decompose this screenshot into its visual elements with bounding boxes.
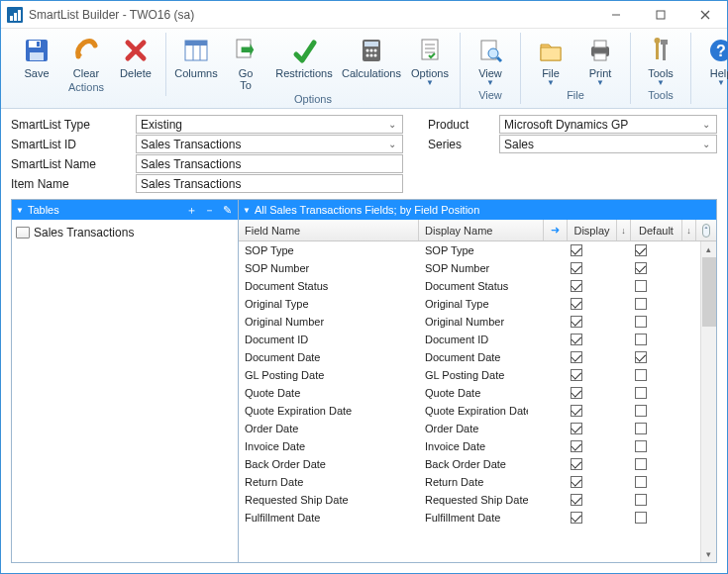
grid-row[interactable]: Original TypeOriginal Type (239, 295, 700, 313)
smartlist-id-combobox[interactable]: Sales Transactions⌄ (136, 135, 403, 153)
scroll-down-icon[interactable]: ▾ (701, 546, 716, 562)
grid-row[interactable]: GL Posting DateGL Posting Date (239, 366, 700, 384)
restrictions-button[interactable]: Restrictions (273, 33, 335, 91)
columns-icon (180, 35, 212, 66)
options-button[interactable]: Options▼ (408, 33, 452, 91)
col-lookup-icon[interactable]: ➜ (544, 220, 568, 240)
col-display-name[interactable]: Display Name (419, 220, 544, 240)
grid-row[interactable]: Return DateReturn Date (239, 473, 700, 491)
grid-row[interactable]: SOP TypeSOP Type (239, 241, 700, 259)
close-button[interactable] (682, 1, 727, 29)
grid-row[interactable]: Quote DateQuote Date (239, 384, 700, 402)
col-display-sort-icon[interactable]: ↓ (617, 220, 631, 240)
cell-display-checkbox[interactable] (552, 440, 601, 452)
view-button[interactable]: View▼ (468, 33, 512, 87)
cell-field-name: Document ID (239, 334, 419, 345)
cell-default-checkbox[interactable] (615, 440, 667, 452)
cell-default-checkbox[interactable] (615, 387, 667, 399)
minimize-button[interactable] (593, 1, 638, 29)
calculations-button[interactable]: Calculations (341, 33, 402, 91)
cell-default-checkbox[interactable] (615, 351, 667, 363)
cell-default-checkbox[interactable] (615, 458, 667, 470)
grid-row[interactable]: Invoice DateInvoice Date (239, 437, 700, 455)
cell-default-checkbox[interactable] (615, 334, 667, 345)
cell-display-checkbox[interactable] (552, 316, 601, 328)
grid-row[interactable]: Back Order DateBack Order Date (239, 455, 700, 473)
scroll-up-icon[interactable]: ▴ (701, 241, 716, 257)
tools-button[interactable]: Tools▼ (639, 33, 682, 87)
grid-row[interactable]: Requested Ship DateRequested Ship Date (239, 491, 700, 509)
cell-display-checkbox[interactable] (552, 351, 601, 363)
cell-default-checkbox[interactable] (615, 244, 667, 256)
tables-tree[interactable]: Sales Transactions (12, 220, 238, 562)
file-button[interactable]: File▼ (529, 33, 572, 87)
cell-default-checkbox[interactable] (615, 405, 667, 417)
grid-header: Field Name Display Name ➜ Display ↓ Defa… (239, 220, 716, 241)
col-default[interactable]: Default (631, 220, 682, 240)
grid-row[interactable]: Document DateDocument Date (239, 348, 700, 366)
delete-button[interactable]: Delete (114, 33, 157, 79)
col-display[interactable]: Display (568, 220, 617, 240)
ribbon-group-tools: Tools▼Tools (631, 33, 691, 104)
cell-default-checkbox[interactable] (615, 262, 667, 274)
clear-button[interactable]: Clear (64, 33, 108, 79)
cell-default-checkbox[interactable] (615, 494, 667, 506)
cell-default-checkbox[interactable] (615, 476, 667, 488)
ribbon-group-label: Options (294, 93, 332, 105)
product-combobox[interactable]: Microsoft Dynamics GP⌄ (499, 115, 717, 134)
columns-button[interactable]: Columns (174, 33, 218, 91)
ribbon-group-label: File (567, 89, 584, 101)
cell-default-checkbox[interactable] (615, 369, 667, 381)
cell-display-checkbox[interactable] (552, 369, 601, 381)
save-button[interactable]: Save (15, 33, 58, 79)
cell-display-checkbox[interactable] (552, 334, 601, 345)
ribbon-button-label: Columns (174, 67, 217, 79)
col-default-sort-icon[interactable]: ↓ (682, 220, 696, 240)
cell-display-checkbox[interactable] (552, 387, 601, 399)
cell-display-checkbox[interactable] (552, 244, 601, 256)
cell-display-checkbox[interactable] (552, 405, 601, 417)
grid-row[interactable]: Original NumberOriginal Number (239, 313, 700, 331)
cell-display-checkbox[interactable] (552, 458, 601, 470)
cell-field-name: Quote Date (239, 387, 419, 399)
dropdown-icon: ▼ (717, 78, 725, 87)
cell-display-checkbox[interactable] (552, 494, 601, 506)
calculations-icon (356, 35, 387, 66)
cell-display-checkbox[interactable] (552, 512, 601, 524)
cell-default-checkbox[interactable] (615, 423, 667, 434)
dropdown-icon[interactable]: ▼ (243, 206, 251, 215)
help-button[interactable]: ?Help▼ (699, 33, 728, 91)
cell-display-checkbox[interactable] (552, 262, 601, 274)
grid-row[interactable]: SOP NumberSOP Number (239, 259, 700, 277)
cell-display-checkbox[interactable] (552, 423, 601, 434)
table-item[interactable]: Sales Transactions (16, 224, 234, 241)
grid-row[interactable]: Order DateOrder Date (239, 420, 700, 437)
cell-display-checkbox[interactable] (552, 476, 601, 488)
cell-default-checkbox[interactable] (615, 316, 667, 328)
edit-table-button[interactable]: ✎ (220, 204, 234, 217)
add-table-button[interactable]: ＋ (184, 203, 198, 218)
grid-row[interactable]: Document StatusDocument Status (239, 277, 700, 295)
print-button[interactable]: Print▼ (578, 33, 622, 87)
col-expand-icon[interactable]: ˆ (696, 220, 716, 240)
scroll-thumb[interactable] (702, 257, 716, 327)
ribbon-group-help: ?Help▼AddNoteHelp (691, 33, 728, 108)
remove-table-button[interactable]: － (202, 203, 216, 218)
col-field-name[interactable]: Field Name (239, 220, 419, 240)
cell-default-checkbox[interactable] (615, 512, 667, 524)
scrollbar[interactable]: ▴ ▾ (700, 241, 716, 562)
cell-display-checkbox[interactable] (552, 298, 601, 310)
grid-row[interactable]: Fulfillment DateFulfillment Date (239, 509, 700, 526)
dropdown-icon[interactable]: ▼ (16, 206, 24, 215)
smartlist-name-field[interactable]: Sales Transactions (136, 154, 403, 173)
maximize-button[interactable] (638, 1, 682, 29)
cell-display-checkbox[interactable] (552, 280, 601, 292)
grid-row[interactable]: Document IDDocument ID (239, 331, 700, 348)
smartlist-type-combobox[interactable]: Existing⌄ (136, 115, 403, 134)
series-combobox[interactable]: Sales⌄ (499, 135, 717, 153)
cell-default-checkbox[interactable] (615, 280, 667, 292)
goto-button[interactable]: GoTo (224, 33, 267, 91)
cell-default-checkbox[interactable] (615, 298, 667, 310)
item-name-field[interactable]: Sales Transactions (136, 174, 403, 193)
grid-row[interactable]: Quote Expiration DateQuote Expiration Da… (239, 402, 700, 420)
